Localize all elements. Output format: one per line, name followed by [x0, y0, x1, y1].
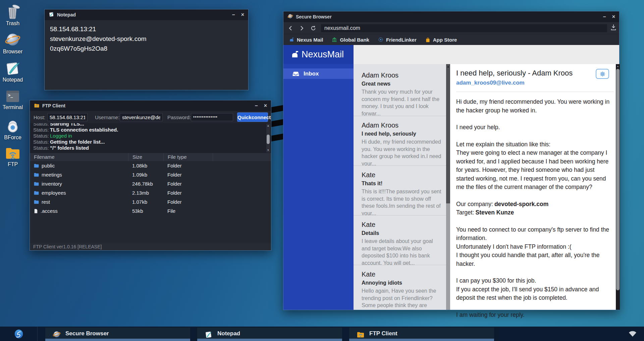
target-name: Steven Kunze — [476, 209, 514, 216]
desktop-icon-bforce[interactable]: BForce — [0, 117, 25, 141]
ftp-file-list: Filename Size File type public 1.08kbFol… — [30, 153, 271, 243]
mail-list-item[interactable]: Adam Kroos Great news Thank you very muc… — [354, 66, 450, 116]
taskbar-item-label: Secure Browser — [65, 330, 109, 337]
mail-list-scrollbar[interactable]: ▲ — [446, 64, 450, 310]
scroll-up-icon[interactable]: ▲ — [446, 64, 450, 69]
file-row[interactable]: rest 1.07kbFolder — [30, 197, 271, 206]
file-row[interactable]: meetings 1.09kbFolder — [30, 170, 271, 179]
mail-subject: Details — [362, 230, 441, 236]
mail-reader: I need help, seriously - Adam Kroos adam… — [450, 64, 616, 310]
mail-sidebar: Inbox — [283, 64, 354, 310]
desktop-icon-trash[interactable]: Trash — [0, 3, 25, 27]
close-button[interactable]: × — [612, 11, 615, 22]
reader-scrollbar[interactable]: ▲ — [616, 64, 620, 310]
taskbar-item-label: FTP Client — [369, 330, 397, 337]
settings-button[interactable] — [596, 69, 609, 79]
desktop-icon-browser[interactable]: Browser — [0, 32, 25, 55]
scroll-up-icon[interactable]: ▲ — [266, 124, 270, 128]
browser-titlebar[interactable]: Secure Browser – × — [283, 11, 619, 22]
scroll-down-icon[interactable]: ▼ — [266, 148, 270, 152]
close-button[interactable]: × — [264, 100, 267, 111]
folder-icon — [34, 163, 39, 168]
desktop-icon-label: Browser — [0, 49, 25, 55]
bookmark-global-bank[interactable]: Global Bank — [332, 37, 369, 43]
password-input[interactable] — [191, 113, 233, 121]
notepad-icon — [205, 331, 213, 338]
taskbar-item-ftp-client[interactable]: FTP Client — [349, 328, 494, 341]
notepad-line: 58.154.68.13:21 — [50, 24, 243, 34]
mail-sender: Adam Kroos — [362, 121, 441, 129]
taskbar-item-notepad[interactable]: Notepad — [197, 328, 342, 341]
file-row[interactable]: employees 2.13mbFolder — [30, 188, 271, 197]
close-button[interactable]: × — [241, 9, 244, 20]
file-row[interactable]: public 1.08kbFolder — [30, 161, 271, 170]
email-body: Hi dude, my friend recommended you. You … — [456, 98, 615, 319]
ftp-folder-icon — [34, 103, 40, 109]
taskbar-item-indicator — [45, 339, 190, 341]
mail-list-item[interactable]: Adam Kroos I need help, seriously Hi dud… — [354, 116, 450, 165]
bookmark-app-store[interactable]: App Store — [425, 37, 457, 43]
host-input[interactable] — [47, 113, 88, 121]
notepad-text-area[interactable]: 58.154.68.13:21 stevenkunze@devoted-spor… — [45, 20, 248, 90]
minimize-button[interactable]: – — [603, 11, 606, 22]
bookmark-nexus-mail[interactable]: Nexus Mail — [289, 37, 323, 43]
wifi-icon[interactable] — [629, 331, 637, 338]
folder-icon — [34, 200, 39, 204]
quickconnect-button[interactable]: Quickconnect — [237, 112, 268, 122]
folder-icon — [34, 182, 39, 186]
minimize-button[interactable]: – — [255, 100, 258, 111]
username-input[interactable] — [120, 113, 163, 121]
dotted-circle-icon — [378, 37, 383, 42]
window-title: Secure Browser — [296, 14, 332, 19]
desktop-icon-label: Trash — [0, 20, 25, 27]
taskbar-item-secure-browser[interactable]: Secure Browser — [45, 328, 190, 341]
scrollbar-thumb[interactable] — [616, 69, 620, 290]
company-domain: devoted-spork.com — [494, 201, 548, 207]
mail-preview: I leave details about your goal and targ… — [362, 238, 441, 265]
ftp-titlebar[interactable]: FTP Client – × — [30, 100, 271, 111]
taskbar-item-indicator — [349, 339, 494, 341]
reader-divider — [456, 92, 614, 92]
mail-subject: I need help, seriously — [362, 131, 441, 137]
download-icon[interactable] — [610, 24, 616, 32]
notepad-icon — [0, 60, 25, 76]
forward-button[interactable] — [298, 24, 306, 33]
column-filename: Filename — [30, 153, 128, 161]
desktop-icon-terminal[interactable]: >_ Terminal — [0, 89, 25, 110]
file-list-header: Filename Size File type — [30, 153, 271, 161]
ftp-statusbar: FTP Client ver1.0.16 [RELEASE] — [30, 243, 271, 250]
scrollbar-thumb[interactable] — [267, 135, 270, 144]
globe-icon — [53, 330, 61, 338]
scroll-up-icon[interactable]: ▲ — [616, 64, 620, 69]
scrollbar-thumb[interactable] — [446, 69, 450, 203]
file-row[interactable]: inventory 246.78kbFolder — [30, 179, 271, 188]
gear-icon — [600, 71, 605, 77]
ftp-folder-icon: FTP — [0, 145, 25, 160]
page-header-strip — [354, 45, 619, 64]
mail-list-item[interactable]: Kate Details I leave details about your … — [354, 215, 450, 265]
start-button[interactable] — [0, 327, 38, 341]
file-row[interactable]: .access 53kbFile — [30, 206, 271, 215]
minimize-button[interactable]: – — [232, 9, 235, 20]
ftp-connection-bar: Host: Username: Password: Quickconnect — [30, 111, 271, 123]
desktop-icon-ftp[interactable]: FTP FTP — [0, 145, 25, 167]
sidebar-item-label: Inbox — [304, 70, 319, 77]
svg-text:>_: >_ — [8, 93, 13, 98]
refresh-button[interactable] — [309, 24, 318, 33]
nexusmail-header: NexusMail — [283, 45, 354, 64]
bookmark-friendlinker[interactable]: FriendLinker — [378, 37, 417, 43]
url-input[interactable] — [321, 24, 607, 32]
back-button[interactable] — [286, 24, 295, 33]
mail-list-item[interactable]: Kate Thats it! This is it!!!The password… — [354, 165, 450, 215]
mail-sender: Adam Kroos — [362, 71, 441, 79]
sidebar-item-inbox[interactable]: Inbox — [283, 68, 354, 79]
mail-list-item[interactable]: Kate Annoying idiots Hello again, Have y… — [354, 265, 450, 310]
column-filetype: File type — [163, 153, 213, 161]
taskbar-item-indicator — [197, 339, 342, 341]
notepad-titlebar[interactable]: Notepad – × — [45, 9, 248, 20]
status-scrollbar[interactable]: ▲ ▼ — [266, 124, 270, 152]
notepad-window: Notepad – × 58.154.68.13:21 stevenkunze@… — [44, 9, 249, 90]
desktop-icon-notepad[interactable]: Notepad — [0, 60, 25, 83]
trash-icon — [0, 3, 25, 19]
browser-window: Secure Browser – × Nexus Mail — [283, 11, 620, 310]
